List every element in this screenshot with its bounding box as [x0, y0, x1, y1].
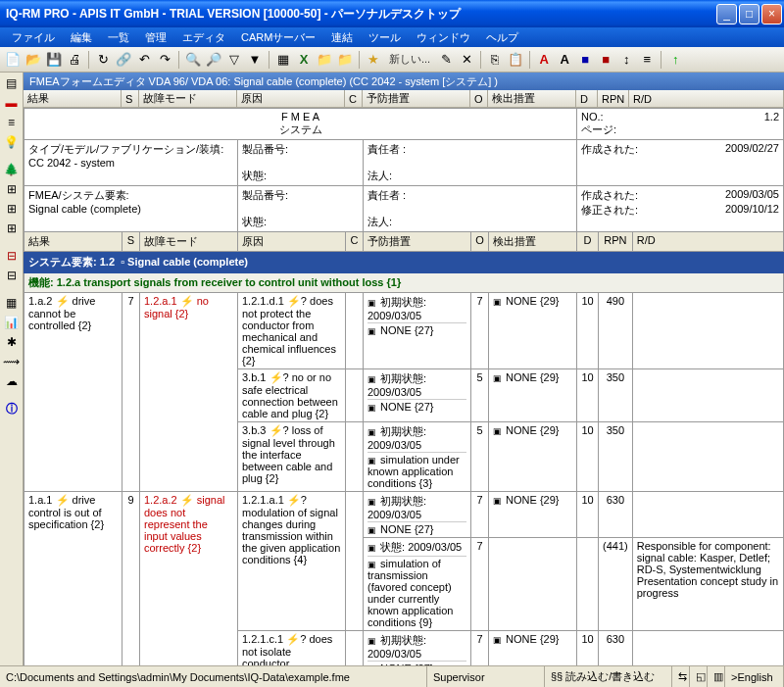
undo-icon[interactable]: ↶ [135, 51, 153, 69]
expand-icon[interactable]: ≡ [638, 51, 656, 69]
editor-tab[interactable]: FMEAフォームエディタ VDA 96/ VDA 06: Signal cabl… [24, 73, 784, 90]
print-icon[interactable]: 🖨 [66, 51, 83, 69]
table-row[interactable]: 1.a.1 ⚡ drive control is out of specific… [24, 492, 784, 538]
vt-red-icon[interactable]: ▬ [3, 94, 21, 112]
cell-cause: 1.2.1.a.1 ⚡? modulation of signal change… [238, 492, 346, 631]
vt-chart-icon[interactable]: 📊 [3, 314, 21, 331]
vt-bulb-icon[interactable]: 💡 [3, 133, 21, 151]
collapse-icon[interactable]: ↕ [617, 51, 635, 69]
cell-prev: ▣ 初期状態: 2009/03/05▣ NONE {27} [364, 369, 471, 422]
hdr-rd[interactable]: R/D [629, 90, 784, 107]
hdr-d[interactable]: D [576, 90, 598, 107]
hdr-o[interactable]: O [470, 90, 488, 107]
vt-struct3-icon[interactable]: ⊞ [3, 220, 21, 237]
vt-bars-icon[interactable]: ≡ [3, 114, 21, 131]
save-icon[interactable]: 💾 [45, 51, 63, 69]
subheader-row: 結果 S 故障モード 原因 C 予防措置 O 検出措置 D RPN R/D [24, 232, 784, 252]
folder2-icon[interactable]: 📁 [336, 51, 354, 69]
cell-rpn: (441) [599, 538, 633, 631]
status-btn1[interactable]: ⇆ [672, 666, 690, 687]
filter-icon[interactable]: ▽ [225, 51, 243, 69]
pencil-icon[interactable]: ✎ [437, 51, 455, 69]
cell-detect: ▣ NONE {29} [489, 631, 577, 666]
new-icon[interactable]: 📄 [4, 51, 22, 69]
up-icon[interactable]: ↑ [666, 51, 684, 69]
hdr-prev[interactable]: 予防措置 [363, 90, 470, 107]
vt-struct-icon[interactable]: ⊞ [3, 180, 21, 198]
folder-icon[interactable]: 📁 [316, 51, 333, 69]
refresh-icon[interactable]: ↻ [94, 51, 112, 69]
hdr-fmode[interactable]: 故障モード [139, 90, 237, 107]
sys-label: FMEA/システム要素: [28, 189, 129, 201]
menu-link[interactable]: 連結 [323, 28, 361, 47]
cell-prev: ▣ 初期状態: 2009/03/05▣ simulation under kno… [364, 422, 471, 492]
chain-icon[interactable]: 🔗 [115, 51, 132, 69]
window-titlebar: IQ-RM PRO - APIS IT GmbH - TRIAL VERSION… [0, 0, 784, 27]
state-label: 状態: [242, 170, 267, 181]
vt-net-icon[interactable]: ✱ [3, 333, 21, 351]
hdr-s[interactable]: S [122, 90, 139, 107]
menu-edit[interactable]: 編集 [63, 28, 100, 47]
a-icon[interactable]: A [535, 51, 553, 69]
paste-icon[interactable]: 📋 [507, 51, 524, 69]
maximize-button[interactable]: □ [739, 4, 760, 25]
cell-prev: ▣ 初期状態: 2009/03/05▣ NONE {27} [364, 492, 471, 538]
cell-fmode: 1.2.a.2 ⚡ signal does not represent the … [140, 492, 238, 666]
menu-list[interactable]: 一覧 [100, 28, 137, 47]
no-label: NO.: [581, 111, 604, 123]
nav1-icon[interactable]: ■ [576, 51, 594, 69]
vt-flow-icon[interactable]: ⟿ [3, 353, 21, 370]
vt-hier2-icon[interactable]: ⊟ [3, 267, 21, 284]
menu-carm[interactable]: CARMサーバー [233, 28, 323, 47]
fmea-grid[interactable]: F M E A システム NO.: 1.2 ページ: タイプ/モデル/ファブリケ… [24, 108, 784, 665]
cell-d: 10 [577, 631, 599, 666]
filter2-icon[interactable]: ▼ [246, 51, 264, 69]
page-label: ページ: [581, 123, 616, 135]
menu-help[interactable]: ヘルプ [478, 28, 526, 47]
corp-label: 法人: [368, 170, 392, 181]
replace-icon[interactable]: 🔎 [205, 51, 222, 69]
vt-table-icon[interactable]: ▦ [3, 294, 21, 312]
vt-form-icon[interactable]: ▤ [3, 74, 21, 92]
vt-info-icon[interactable]: ⓘ [3, 400, 21, 417]
a-down-icon[interactable]: A [556, 51, 573, 69]
new-label[interactable]: 新しい... [385, 52, 434, 67]
vt-tree-icon[interactable]: 🌲 [3, 161, 21, 178]
table-row[interactable]: 1.a.2 ⚡ drive cannot be controlled {2}71… [24, 293, 784, 369]
hdr-c[interactable]: C [345, 90, 363, 107]
cell-c [346, 293, 364, 369]
redo-icon[interactable]: ↷ [156, 51, 173, 69]
hdr-detect[interactable]: 検出措置 [488, 90, 576, 107]
system-element-row[interactable]: システム要素: 1.2 ▫ Signal cable (complete) [24, 252, 784, 273]
sys-val: Signal cable (complete) [28, 203, 141, 215]
excel-icon[interactable]: X [295, 51, 313, 69]
menu-manage[interactable]: 管理 [137, 28, 174, 47]
delete-icon[interactable]: ✕ [458, 51, 475, 69]
status-btn2[interactable]: ◱ [690, 666, 708, 687]
nav2-icon[interactable]: ■ [597, 51, 614, 69]
hdr-cause[interactable]: 原因 [237, 90, 345, 107]
cell-detect: ▣ NONE {29} [489, 422, 577, 492]
menu-file[interactable]: ファイル [4, 28, 63, 47]
menu-window[interactable]: ウィンドウ [409, 28, 478, 47]
star-icon[interactable]: ★ [365, 51, 382, 69]
cell-fmode: 1.2.a.1 ⚡ no signal {2} [140, 293, 238, 492]
open-icon[interactable]: 📂 [24, 51, 42, 69]
cell-cause: 1.2.1.c.1 ⚡? does not isolate conductor … [238, 631, 346, 666]
menu-bar: ファイル 編集 一覧 管理 エディタ CARMサーバー 連結 ツール ウィンドウ… [0, 27, 784, 47]
close-button[interactable]: × [761, 4, 782, 25]
hdr-rpn[interactable]: RPN [598, 90, 629, 107]
minimize-button[interactable]: _ [716, 4, 737, 25]
hdr-result[interactable]: 結果 [24, 90, 122, 107]
menu-tools[interactable]: ツール [361, 28, 409, 47]
vt-cloud-icon[interactable]: ☁ [3, 372, 21, 390]
menu-editor[interactable]: エディタ [174, 28, 233, 47]
copy-icon[interactable]: ⎘ [486, 51, 504, 69]
vt-hier-icon[interactable]: ⊟ [3, 247, 21, 265]
vt-struct2-icon[interactable]: ⊞ [3, 200, 21, 218]
grid-icon[interactable]: ▦ [274, 51, 292, 69]
status-btn3[interactable]: ▥ [708, 666, 725, 687]
status-lang[interactable]: >English [725, 666, 784, 687]
function-row[interactable]: 機能: 1.2.a transport signals from receive… [24, 273, 784, 293]
search-icon[interactable]: 🔍 [184, 51, 202, 69]
